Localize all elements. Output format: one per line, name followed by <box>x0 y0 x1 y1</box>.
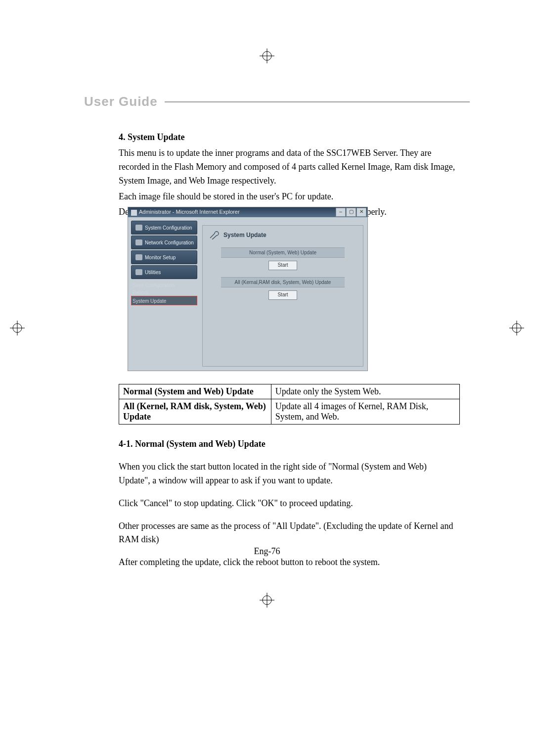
sidebar-nav: System Configuration Network Configurati… <box>131 221 197 305</box>
nav-label: Utilities <box>145 270 161 275</box>
tools-icon <box>135 269 142 275</box>
update-type-table: Normal (System and Web) Update Update on… <box>119 384 460 425</box>
page-number: Eng-76 <box>0 546 534 557</box>
document-page: User Guide 4. System Update This menu is… <box>0 0 534 756</box>
paragraph: After completing the update, click the r… <box>119 556 460 569</box>
window-titlebar: Administrator - Microsoft Internet Explo… <box>128 207 367 217</box>
paragraph: This menu is to update the inner program… <box>119 146 460 188</box>
paragraph: Click "Cancel" to stop updating. Click "… <box>119 497 460 511</box>
nav-network-configuration[interactable]: Network Configuration <box>131 236 197 249</box>
cell-normal-name: Normal (System and Web) Update <box>119 384 271 399</box>
app-icon <box>131 210 137 216</box>
page-header: User Guide <box>84 94 470 109</box>
cell-normal-desc: Update only the System Web. <box>271 384 459 399</box>
maximize-button[interactable]: ▢ <box>346 208 356 217</box>
cell-all-name: All (Kernel, RAM disk, System, Web) Upda… <box>119 399 271 425</box>
nav-system-configuration[interactable]: System Configuration <box>131 221 197 235</box>
all-update-label: All (Kernal,RAM disk, System, Web) Updat… <box>221 277 345 287</box>
window-title-text: Administrator - Microsoft Internet Explo… <box>139 209 240 215</box>
close-button[interactable]: ✕ <box>356 208 366 217</box>
wrench-icon <box>209 231 220 239</box>
normal-update-label: Normal (System, Web) Update <box>221 247 345 258</box>
nav-monitor-setup[interactable]: Monitor Setup <box>131 250 197 264</box>
header-title: User Guide <box>84 94 158 109</box>
normal-update-start-button[interactable]: Start <box>268 261 297 270</box>
reg-mark-top <box>260 48 274 63</box>
paragraph: Other processes are same as the process … <box>119 520 460 547</box>
cell-all-desc: Update all 4 images of Kernel, RAM Disk,… <box>271 399 459 425</box>
embedded-screenshot: Administrator - Microsoft Internet Explo… <box>128 207 368 371</box>
reg-mark-left <box>10 321 25 335</box>
paragraph: When you click the start button located … <box>119 460 460 488</box>
nav-label: System Configuration <box>145 225 192 231</box>
header-rule <box>165 101 470 102</box>
screen-icon <box>135 254 142 260</box>
nav-utilities[interactable]: Utilities <box>131 265 197 279</box>
minimize-button[interactable]: – <box>336 208 346 217</box>
subnav-reboot[interactable]: Reboot <box>131 289 197 296</box>
reg-mark-right <box>509 321 524 335</box>
all-update-start-button[interactable]: Start <box>268 290 297 300</box>
reg-mark-bottom <box>260 593 274 608</box>
table-row: Normal (System and Web) Update Update on… <box>119 384 460 399</box>
subnav-save-configuration[interactable]: Save Configuration <box>131 280 197 289</box>
monitor-icon <box>135 225 142 231</box>
subsection-title: 4-1. Normal (System and Web) Update <box>119 437 460 451</box>
main-panel: System Update Normal (System, Web) Updat… <box>202 225 363 367</box>
nav-label: Network Configuration <box>145 240 194 245</box>
subnav-system-update[interactable]: System Update <box>131 296 197 305</box>
network-icon <box>135 239 142 245</box>
panel-title: System Update <box>223 232 267 238</box>
panel-header: System Update <box>203 226 363 244</box>
paragraph: Each image file should be stored in the … <box>119 190 460 204</box>
table-row: All (Kernel, RAM disk, System, Web) Upda… <box>119 399 460 425</box>
nav-label: Monitor Setup <box>145 255 176 260</box>
section-title: 4. System Update <box>119 131 460 144</box>
window-controls: – ▢ ✕ <box>336 208 366 217</box>
window-title: Administrator - Microsoft Internet Explo… <box>131 209 240 215</box>
